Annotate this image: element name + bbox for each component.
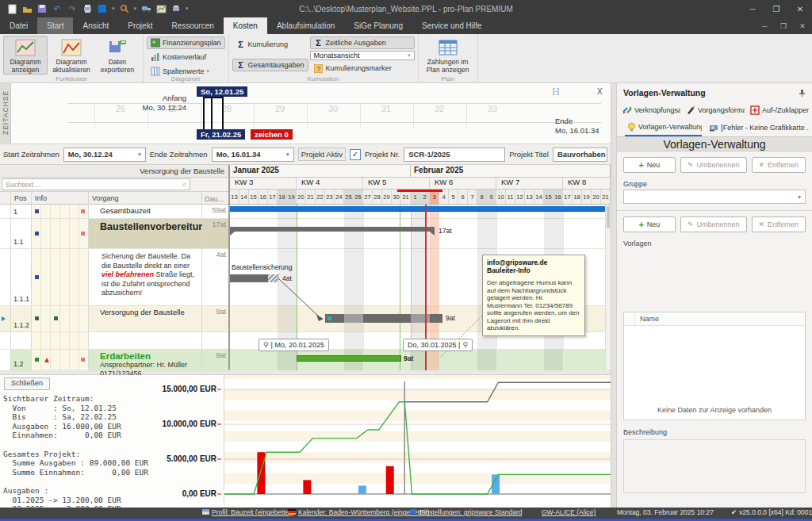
statusbar-item[interactable]: Kalender: Baden-Württemberg (eingebettet… (288, 508, 429, 516)
table-row[interactable]: 1.1.1Sicherung der Baustelle. Da die Bau… (0, 249, 228, 306)
timeline-range-slider[interactable] (203, 97, 224, 132)
gruppe-entfernen-button[interactable]: ✕Entfernen (752, 157, 806, 173)
beschreibung-textarea[interactable] (623, 439, 806, 493)
search-input[interactable]: Suchtext ... ⌕ (2, 178, 190, 190)
pin-date-right[interactable]: Do, 30.01.2025 |⚲ (403, 339, 473, 351)
payment-bar[interactable] (386, 466, 394, 494)
column-header-dauer[interactable]: Dau... (202, 192, 228, 204)
column-header-info[interactable]: Info (32, 192, 89, 204)
kumulierung-button[interactable]: Σ Kumulierung (232, 38, 308, 51)
zahlungen-anzeigen-button[interactable]: Zahlungen im Plan anzeigen (422, 36, 474, 75)
gruppe-neu-button[interactable]: +Neu (623, 157, 676, 173)
diagramm-anzeigen-button[interactable]: Diagramm anzeigen (3, 36, 48, 75)
timeline-end-marker[interactable]: Fr, 21.02.25 (197, 129, 245, 140)
projekt-titel-input[interactable]: Bauvorhaben Fam. Mustermann, am Musterba… (553, 147, 607, 162)
vorlagen-list[interactable]: Name Keine Daten zur Anzeige vorhanden (623, 312, 806, 420)
daten-exportieren-button[interactable]: Daten exportieren (95, 36, 140, 75)
print-icon[interactable] (82, 3, 93, 14)
view-tab-bulb[interactable]: Vorlagen-Verwaltung (625, 121, 702, 136)
child-minimize-button[interactable]: ─ (755, 22, 774, 30)
pin-date-left[interactable]: ⚲| Mo, 20.01.2025 (259, 339, 329, 351)
table-row[interactable]: 1Gesamtbauzeit59at (0, 205, 228, 219)
close-button[interactable]: ✕ (788, 5, 812, 13)
open-folder-icon[interactable] (21, 3, 33, 14)
restore-button[interactable]: ❐ (764, 5, 788, 13)
zoom-icon[interactable] (119, 3, 130, 14)
projekt-nr-input[interactable]: SCR-1/2025 (404, 147, 505, 162)
chart-image-icon[interactable] (155, 3, 167, 14)
menu-tab-sige-planung[interactable]: SiGe Planung (344, 17, 412, 34)
table-row[interactable]: 1.2ErdarbeitenAnsprechpartner: Hr. Mülle… (0, 350, 228, 371)
timeline-start-marker[interactable]: So, 12.01.25 (197, 86, 247, 97)
toolbar-tab-expand-collapse[interactable]: Auf-/Zuklappen... (748, 104, 809, 117)
vorlage-umbenennen-button[interactable]: ✎Umbenennen (680, 216, 747, 232)
table-row[interactable]: 1.1.2Versorgung der Baustelle9at (0, 306, 228, 332)
timeline-close-button[interactable]: X (597, 87, 603, 96)
baustellensicherung-bar[interactable] (230, 274, 268, 282)
gantt-vertical-scrollbar[interactable] (605, 205, 611, 370)
zoom-dropdown-icon[interactable]: ▾ (134, 6, 137, 12)
kostenverlauf-button[interactable]: Kostenverlauf (147, 51, 225, 63)
toolbar-tab-task-format[interactable]: Vorgangsforma... (684, 104, 745, 117)
payment-bar[interactable] (358, 485, 366, 494)
new-file-icon[interactable] (6, 3, 17, 14)
statusbar-item[interactable]: ✔v25.0.0.0 [x64] Kd: 0001 (731, 508, 812, 516)
vertical-splitter[interactable] (611, 83, 617, 508)
gantt-body[interactable]: 17atBaustellensicherung4at9at9at⚲| Mo, 2… (230, 205, 611, 370)
table-row[interactable]: 1.1Baustellenvorbereitung17at (0, 219, 228, 249)
menu-tab-ressourcen[interactable]: Ressourcen (162, 17, 223, 34)
statusbar-item[interactable]: GW-ALICE (Alice) (542, 508, 596, 516)
undo-icon[interactable]: ↶ (52, 3, 63, 14)
kumulierungsmarker-button[interactable]: ? Kumulierungsmarker (310, 62, 415, 75)
child-close-button[interactable]: ✕ (793, 22, 812, 30)
menu-tab-ansicht[interactable]: Ansicht (73, 17, 118, 34)
gruppe-umbenennen-button[interactable]: ✎Umbenennen (680, 157, 747, 173)
search-icon[interactable]: ⌕ (182, 180, 186, 189)
gesamtausgaben-button[interactable]: Σ Gesamtausgaben (232, 59, 308, 71)
start-zeitrahmen-combobox[interactable]: Mo, 30.12.24▾ (63, 147, 146, 162)
timeline-collapse-button[interactable]: [-] (553, 87, 559, 95)
gesamtbauzeit-bar[interactable] (230, 206, 611, 212)
menu-tab-kosten[interactable]: Kosten (224, 17, 267, 34)
table-row[interactable] (0, 332, 228, 350)
ende-zeitrahmen-combobox[interactable]: Mo, 16.01.34▾ (212, 147, 294, 162)
menu-tab-datei[interactable]: Datei (0, 17, 37, 34)
print-plan-icon[interactable] (170, 3, 182, 14)
zeitliche-ausgaben-button[interactable]: Σ Zeitliche Ausgaben (310, 36, 415, 49)
gantt-chart[interactable]: Januar 2025Februar 2025 KW 3KW 4KW 5KW 6… (230, 165, 611, 370)
statusbar-item[interactable]: Montag, 03. Februar 2025 10:27 (617, 508, 714, 516)
view-tab-graphics-card[interactable]: [Fehler - Keine Grafikkarte ... (707, 121, 809, 136)
erdarbeiten-bar[interactable] (297, 355, 401, 362)
statusbar-item[interactable]: Einstellungen: gripsware Standard (410, 508, 522, 516)
minimize-button[interactable]: ─ (741, 5, 764, 13)
pin-icon[interactable] (799, 89, 806, 98)
ansicht-combobox[interactable]: Monatsansicht ▾ (310, 51, 415, 60)
finanzierungsplan-button[interactable]: Finanzierungsplan (147, 36, 225, 49)
quick-access-toolbar: ↶ ↷ ▾ ▾ ▾ (0, 3, 189, 14)
color-swatch-icon[interactable] (97, 3, 108, 14)
redo-icon[interactable]: ↷ (67, 3, 78, 14)
vorlage-entfernen-button[interactable]: ✕Entfernen (752, 216, 806, 232)
qat-dropdown-icon[interactable]: ▾ (186, 6, 189, 12)
save-icon[interactable] (36, 3, 48, 14)
menu-tab-start[interactable]: Start (37, 17, 73, 34)
menu-tab-projekt[interactable]: Projekt (118, 17, 162, 34)
group-label-plan: Plan (419, 75, 477, 82)
vorlage-neu-button[interactable]: +Neu (623, 216, 676, 232)
menu-tab-service-und-hilfe[interactable]: Service und Hilfe (412, 17, 492, 34)
child-restore-button[interactable]: ❐ (774, 22, 793, 30)
column-header-pos[interactable]: Pos (11, 192, 32, 204)
column-header-vorgang[interactable]: Vorgang (89, 192, 202, 204)
projekt-aktiv-checkbox[interactable]: ✓ (350, 149, 361, 160)
schliessen-button[interactable]: Schließen (4, 377, 50, 390)
menu-tab-ablaufsimulation[interactable]: Ablaufsimulation (267, 17, 344, 34)
payment-bar[interactable] (303, 480, 311, 494)
color-dropdown-icon[interactable]: ▾ (112, 6, 115, 12)
info-flag-icon (54, 316, 58, 320)
truck-icon[interactable] (140, 3, 151, 14)
gruppe-dropdown[interactable]: ▾ (623, 190, 806, 204)
statusbar-item[interactable]: Profil: Bauzeit (eingebettet) (202, 508, 293, 516)
toolbar-tab-link-settings[interactable]: Verknüpfungsa... (620, 104, 680, 117)
diagramm-aktualisieren-button[interactable]: Diagramm aktualisieren (49, 36, 94, 75)
payment-bar[interactable] (257, 452, 265, 494)
